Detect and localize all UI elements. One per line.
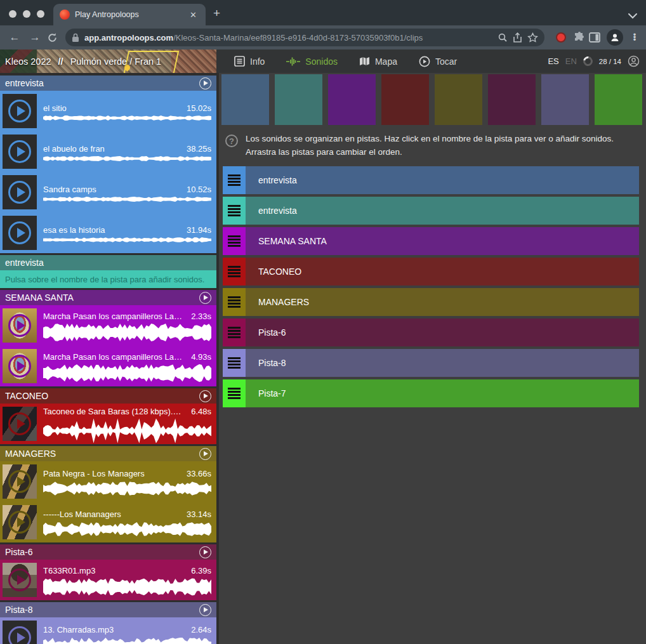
drag-handle[interactable]: [223, 227, 246, 255]
track-swatch[interactable]: [435, 74, 482, 125]
play-clip-button[interactable]: [8, 626, 31, 644]
track-name-button[interactable]: TACONEO: [246, 258, 639, 286]
track-header[interactable]: TACONEO: [0, 388, 216, 404]
track-swatch[interactable]: [221, 74, 269, 125]
track-row[interactable]: TACONEO: [223, 258, 639, 286]
track-name-button[interactable]: Pista-8: [246, 349, 639, 377]
minimize-window-button[interactable]: [23, 10, 30, 18]
play-track-button[interactable]: [199, 77, 211, 89]
play-clip-button[interactable]: [8, 412, 31, 435]
clip-thumbnail[interactable]: [3, 308, 37, 343]
clip-row[interactable]: el abuelo de fran38.25s: [0, 131, 216, 172]
track-header[interactable]: MANAGERS: [0, 446, 216, 461]
play-track-button[interactable]: [199, 448, 211, 460]
clip-thumbnail[interactable]: [3, 621, 37, 644]
nav-item-info[interactable]: Info: [227, 52, 272, 70]
play-clip-button[interactable]: [8, 140, 31, 163]
track-swatch[interactable]: [381, 74, 429, 125]
play-track-button[interactable]: [199, 546, 211, 558]
track-swatch[interactable]: [541, 74, 589, 125]
clip-row[interactable]: esa es la historia31.94s: [0, 213, 216, 253]
close-tab-icon[interactable]: ✕: [187, 9, 199, 21]
drag-handle[interactable]: [223, 166, 246, 194]
track-swatch[interactable]: [328, 74, 376, 125]
clip-row[interactable]: Marcha Pasan los campanilleros Las Mejor…: [0, 305, 216, 346]
side-panel-icon[interactable]: [589, 32, 600, 43]
track-header[interactable]: entrevista: [0, 76, 216, 91]
clip-thumbnail[interactable]: [3, 135, 37, 169]
clip-thumbnail[interactable]: [3, 94, 37, 128]
lang-en-button[interactable]: EN: [565, 56, 577, 66]
clip-row[interactable]: ------Los Mananagers33.14s: [0, 502, 216, 542]
record-extension-icon[interactable]: [556, 32, 566, 43]
extensions-puzzle-icon[interactable]: [574, 32, 585, 43]
track-row[interactable]: entrevista: [223, 197, 639, 225]
track-row[interactable]: SEMANA SANTA: [223, 227, 639, 255]
clip-row[interactable]: Taconeo de Sara Baras (128 kbps).mp36.48…: [0, 404, 216, 444]
track-header[interactable]: Pista-8: [0, 602, 216, 617]
browser-tab[interactable]: Play Antropoloops ✕: [53, 4, 206, 25]
reload-button[interactable]: [47, 32, 58, 43]
track-name-button[interactable]: entrevista: [246, 197, 639, 225]
track-name-button[interactable]: Pista-7: [246, 379, 639, 407]
track-row[interactable]: entrevista: [223, 166, 639, 194]
play-clip-button[interactable]: [8, 470, 31, 493]
window-controls[interactable]: [0, 10, 53, 25]
clip-row[interactable]: 13. Charradas.mp32.64s: [0, 617, 216, 644]
clip-row[interactable]: el sitio15.02s: [0, 91, 216, 131]
play-track-button[interactable]: [199, 292, 211, 304]
track-row[interactable]: MANAGERS: [223, 288, 639, 316]
back-button[interactable]: ←: [6, 31, 23, 44]
browser-menu-button[interactable]: •••: [630, 34, 640, 41]
share-icon[interactable]: [513, 32, 522, 43]
track-name-button[interactable]: SEMANA SANTA: [246, 227, 639, 255]
tab-search-chevron-icon[interactable]: [628, 13, 637, 19]
clip-thumbnail[interactable]: [3, 464, 37, 499]
play-clip-button[interactable]: [8, 568, 31, 591]
drag-handle[interactable]: [223, 258, 246, 286]
track-name-button[interactable]: entrevista: [246, 166, 639, 194]
nav-item-sonidos[interactable]: Sonidos: [279, 53, 345, 70]
maximize-window-button[interactable]: [37, 10, 44, 18]
zoom-page-icon[interactable]: [498, 32, 508, 43]
play-clip-button[interactable]: [8, 511, 31, 534]
clip-row[interactable]: Pata Negra - Los Managers33.66s: [0, 461, 216, 502]
account-icon[interactable]: [628, 55, 640, 67]
track-name-button[interactable]: MANAGERS: [246, 288, 639, 316]
drag-handle[interactable]: [223, 349, 246, 377]
clip-thumbnail[interactable]: [3, 349, 37, 383]
track-swatch[interactable]: [275, 74, 322, 125]
nav-item-tocar[interactable]: Tocar: [411, 52, 465, 71]
clip-thumbnail[interactable]: [3, 505, 37, 539]
track-header[interactable]: entrevista: [0, 255, 216, 270]
play-track-button[interactable]: [199, 390, 211, 402]
track-name-button[interactable]: Pista-6: [246, 319, 639, 346]
track-swatch[interactable]: [595, 74, 642, 125]
nav-item-mapa[interactable]: Mapa: [352, 53, 405, 70]
play-clip-button[interactable]: [8, 314, 31, 337]
close-window-button[interactable]: [9, 10, 16, 18]
play-clip-button[interactable]: [8, 221, 31, 244]
clip-thumbnail[interactable]: [3, 175, 37, 209]
new-tab-button[interactable]: +: [206, 6, 229, 25]
drag-handle[interactable]: [223, 319, 246, 346]
track-row[interactable]: Pista-7: [223, 379, 639, 407]
clip-row[interactable]: Marcha Pasan los campanilleros Las Mejor…: [0, 346, 216, 386]
clip-thumbnail[interactable]: [3, 563, 37, 597]
bookmark-star-icon[interactable]: [527, 32, 538, 43]
forward-button[interactable]: →: [27, 31, 43, 44]
lang-es-button[interactable]: ES: [548, 56, 558, 66]
play-clip-button[interactable]: [8, 181, 31, 204]
play-clip-button[interactable]: [8, 100, 31, 122]
address-bar[interactable]: app.antropoloops.com/Kleos-Santa-Marina/…: [65, 29, 544, 46]
play-clip-button[interactable]: [8, 355, 31, 378]
drag-handle[interactable]: [223, 379, 246, 407]
project-banner[interactable]: Kleos 2022 // Pulmón verde / Fran 1: [0, 49, 216, 73]
profile-avatar[interactable]: [607, 29, 623, 46]
clip-row[interactable]: T633R01.mp36.39s: [0, 560, 216, 600]
drag-handle[interactable]: [223, 288, 246, 316]
track-row[interactable]: Pista-6: [223, 319, 639, 346]
track-row[interactable]: Pista-8: [223, 349, 639, 377]
track-header[interactable]: SEMANA SANTA: [0, 290, 216, 305]
clip-thumbnail[interactable]: [3, 216, 37, 250]
